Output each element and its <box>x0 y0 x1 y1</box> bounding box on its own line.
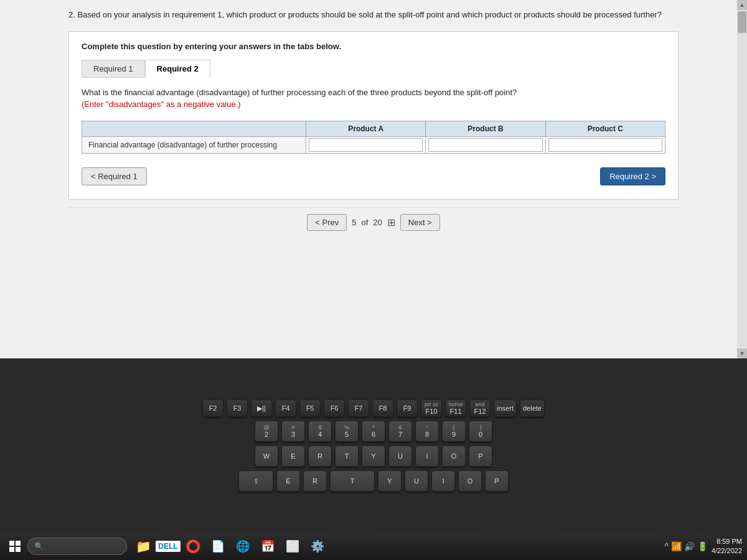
taskbar-edge[interactable]: 🌐 <box>232 535 254 558</box>
key-r-lower[interactable]: R <box>303 470 327 492</box>
forward-required2-button[interactable]: Required 2 > <box>600 167 665 185</box>
key-insert[interactable]: insert <box>494 399 517 417</box>
key-f9[interactable]: F9 <box>397 399 418 417</box>
key-i-lower[interactable]: I <box>431 470 455 492</box>
tabs-row: Required 1 Required 2 <box>82 60 665 78</box>
taskbar-tray: ^ 📶 🔊 🔋 <box>664 541 708 551</box>
taskbar-dell-app[interactable]: DELL <box>157 535 179 558</box>
row-label: Financial advantage (disadvantage) of fu… <box>82 136 306 153</box>
taskbar-file-icon[interactable]: 📄 <box>207 535 229 558</box>
taskbar-file-explorer[interactable]: 📁 <box>132 535 154 558</box>
table-row: Financial advantage (disadvantage) of fu… <box>82 136 665 153</box>
key-0-rparen[interactable]: )0 <box>469 421 492 442</box>
bottom-key-row: ⇧ E R T Y U I O P <box>238 470 509 492</box>
nav-right: Required 2 > <box>600 167 665 185</box>
input-cell-b[interactable] <box>426 136 545 153</box>
input-product-c[interactable] <box>548 138 662 152</box>
qwerty-row: W E R T Y U I O P <box>255 446 492 467</box>
taskbar-cortana[interactable]: ⭕ <box>182 535 204 558</box>
tab-required2[interactable]: Required 2 <box>145 60 210 78</box>
key-tab[interactable]: T <box>330 470 375 492</box>
key-play-pause[interactable]: ▶|| <box>251 399 272 417</box>
key-8-asterisk[interactable]: *8 <box>415 421 439 442</box>
page-current: 5 <box>352 218 356 227</box>
data-table: Product A Product B Product C Financial … <box>82 121 665 154</box>
key-i[interactable]: I <box>415 446 439 467</box>
col-product-a: Product A <box>306 121 426 136</box>
key-caps[interactable]: ⇧ <box>238 470 273 492</box>
svg-rect-1 <box>16 541 21 546</box>
taskbar-settings-icon[interactable]: ⚙️ <box>306 535 329 558</box>
key-f3[interactable]: F3 <box>227 399 248 417</box>
key-6-caret[interactable]: ^6 <box>362 421 385 442</box>
next-button[interactable]: Next > <box>400 214 440 231</box>
search-placeholder: 🔍 <box>34 542 44 551</box>
taskbar-right: ^ 📶 🔊 🔋 8:59 PM 4/22/2022 <box>664 537 742 556</box>
key-4-dollar[interactable]: $4 <box>308 421 332 442</box>
key-f8[interactable]: F8 <box>372 399 393 417</box>
negative-note: (Enter "disadvantages" as a negative val… <box>82 100 241 109</box>
scroll-up-arrow[interactable]: ▲ <box>737 0 747 10</box>
page-total: 20 <box>373 218 382 227</box>
key-3-hash[interactable]: #3 <box>281 421 305 442</box>
key-2-at[interactable]: @2 <box>255 421 278 442</box>
tab-content: What is the financial advantage (disadva… <box>82 86 665 111</box>
taskbar-time[interactable]: 8:59 PM 4/22/2022 <box>712 537 742 556</box>
tab-required1[interactable]: Required 1 <box>82 60 145 78</box>
scroll-down-arrow[interactable]: ▼ <box>737 348 747 358</box>
taskbar-calendar[interactable]: 📅 <box>256 535 279 558</box>
key-7-ampersand[interactable]: &7 <box>388 421 412 442</box>
svg-rect-3 <box>16 547 21 552</box>
tray-chevron[interactable]: ^ <box>664 541 669 551</box>
nav-left: < Required 1 <box>82 167 147 185</box>
key-u-lower[interactable]: U <box>405 470 428 492</box>
taskbar-search[interactable]: 🔍 <box>27 538 127 555</box>
input-cell-a[interactable] <box>306 136 426 153</box>
key-r[interactable]: R <box>308 446 332 467</box>
input-product-b[interactable] <box>428 138 542 152</box>
key-o-lower[interactable]: O <box>458 470 482 492</box>
key-p[interactable]: P <box>469 446 492 467</box>
input-cell-c[interactable] <box>545 136 665 153</box>
key-prtsc-f10[interactable]: prt scF10 <box>421 399 442 417</box>
key-e[interactable]: E <box>281 446 305 467</box>
key-t[interactable]: T <box>335 446 359 467</box>
tray-wifi[interactable]: 📶 <box>671 541 682 551</box>
key-f7[interactable]: F7 <box>348 399 369 417</box>
key-p-lower[interactable]: P <box>485 470 509 492</box>
key-f5[interactable]: F5 <box>299 399 321 417</box>
key-delete[interactable]: delete <box>520 399 545 417</box>
tray-volume[interactable]: 🔊 <box>684 541 695 551</box>
grid-icon[interactable]: ⊞ <box>387 217 395 228</box>
question-box: Complete this question by entering your … <box>68 31 679 200</box>
key-w[interactable]: W <box>255 446 278 467</box>
tray-battery[interactable]: 🔋 <box>697 541 708 551</box>
question-header: 2. Based on your analysis in requirement… <box>68 6 679 21</box>
key-y-lower[interactable]: Y <box>378 470 402 492</box>
key-f6[interactable]: F6 <box>324 399 345 417</box>
taskbar-boxapp[interactable]: ⬜ <box>281 535 304 558</box>
start-button[interactable] <box>5 536 25 556</box>
key-f4[interactable]: F4 <box>275 399 296 417</box>
keyboard: F2 F3 ▶|| F4 F5 F6 F7 F8 F9 prt scF10 ho… <box>0 358 747 533</box>
key-5-percent[interactable]: %5 <box>335 421 359 442</box>
taskbar: 🔍 📁 DELL ⭕ 📄 🌐 <box>0 533 747 560</box>
key-u[interactable]: U <box>388 446 412 467</box>
key-9-lparen[interactable]: (9 <box>442 421 466 442</box>
taskbar-apps: 📁 DELL ⭕ 📄 🌐 📅 ⬜ <box>132 535 329 558</box>
input-product-a[interactable] <box>309 138 423 152</box>
key-f2[interactable]: F2 <box>202 399 223 417</box>
col-empty <box>82 121 306 136</box>
key-y[interactable]: Y <box>362 446 385 467</box>
nav-section: < Required 1 Required 2 > <box>82 160 665 189</box>
key-e-lower[interactable]: E <box>276 470 300 492</box>
right-scrollbar: ▲ ▼ <box>737 0 747 358</box>
key-o[interactable]: O <box>442 446 466 467</box>
key-home-f11[interactable]: homeF11 <box>445 399 466 417</box>
prev-button[interactable]: < Prev <box>307 214 347 231</box>
back-required1-button[interactable]: < Required 1 <box>82 167 147 185</box>
key-end-f12[interactable]: endF12 <box>469 399 491 417</box>
pagination-row: < Prev 5 of 20 ⊞ Next > <box>68 207 679 235</box>
scroll-thumb[interactable] <box>738 11 746 33</box>
svg-rect-0 <box>9 541 14 546</box>
